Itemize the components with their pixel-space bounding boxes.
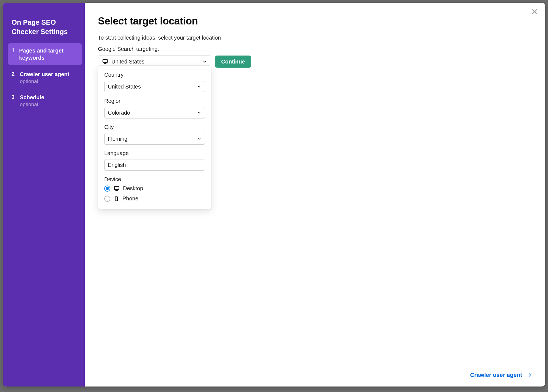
step-label: Schedule <box>20 94 44 101</box>
region-value: Colorado <box>108 110 197 116</box>
radio-checked-icon <box>104 186 110 192</box>
step-label: Crawler user agent <box>20 71 69 78</box>
sidebar-title-line2: Checker Settings <box>12 28 68 35</box>
wizard-step-pages-keywords[interactable]: 1 Pages and target keywords <box>8 43 82 65</box>
main-panel: Select target location To start collecti… <box>85 3 545 387</box>
step-optional-badge: optional <box>20 101 44 107</box>
phone-icon <box>114 196 119 202</box>
google-search-targeting-label: Google Search targeting: <box>98 46 532 52</box>
step-label: Pages and target keywords <box>19 47 78 61</box>
device-option-desktop[interactable]: Desktop <box>104 185 205 192</box>
radio-unchecked-icon <box>104 196 110 202</box>
footer: Crawler user agent <box>98 366 532 378</box>
desktop-icon <box>114 186 120 192</box>
chevron-down-icon <box>197 84 201 89</box>
target-location-value: United States <box>111 59 199 65</box>
settings-modal: On Page SEO Checker Settings 1 Pages and… <box>3 3 545 387</box>
sidebar-title-line1: On Page SEO <box>12 18 56 26</box>
device-option-phone[interactable]: Phone <box>104 195 205 202</box>
next-step-link[interactable]: Crawler user agent <box>470 372 532 378</box>
next-step-label: Crawler user agent <box>470 372 522 378</box>
sidebar-title: On Page SEO Checker Settings <box>8 18 82 43</box>
wizard-step-crawler-user-agent[interactable]: 2 Crawler user agent optional <box>8 67 82 88</box>
device-label: Device <box>104 176 205 183</box>
city-label: City <box>104 124 205 130</box>
step-optional-badge: optional <box>20 78 69 84</box>
country-label: Country <box>104 72 205 78</box>
country-value: United States <box>108 84 197 90</box>
step-number: 2 <box>12 71 15 84</box>
city-value: Fleming <box>108 136 197 142</box>
city-select[interactable]: Fleming <box>104 133 205 145</box>
step-number: 3 <box>12 94 15 107</box>
page-subtitle: To start collecting ideas, select your t… <box>98 35 532 41</box>
desktop-icon <box>102 59 108 65</box>
wizard-sidebar: On Page SEO Checker Settings 1 Pages and… <box>3 3 85 387</box>
region-select[interactable]: Colorado <box>104 107 205 118</box>
step-number: 1 <box>12 47 15 61</box>
device-phone-label: Phone <box>122 195 138 202</box>
country-select[interactable]: United States <box>104 81 205 92</box>
continue-button[interactable]: Continue <box>215 56 251 68</box>
region-label: Region <box>104 98 205 104</box>
arrow-right-icon <box>525 372 532 378</box>
target-location-dropdown: Country United States Region Colorado <box>98 65 211 209</box>
close-button[interactable] <box>531 8 538 15</box>
language-label: Language <box>104 150 205 156</box>
close-icon <box>531 8 538 15</box>
chevron-down-icon <box>202 59 207 64</box>
wizard-step-schedule[interactable]: 3 Schedule optional <box>8 90 82 111</box>
language-value: English <box>108 162 126 168</box>
svg-rect-5 <box>114 186 119 189</box>
chevron-down-icon <box>197 137 201 141</box>
page-title: Select target location <box>98 15 532 27</box>
language-input[interactable]: English <box>104 159 205 171</box>
device-desktop-label: Desktop <box>123 185 143 192</box>
chevron-down-icon <box>197 111 201 115</box>
svg-rect-2 <box>103 60 108 63</box>
